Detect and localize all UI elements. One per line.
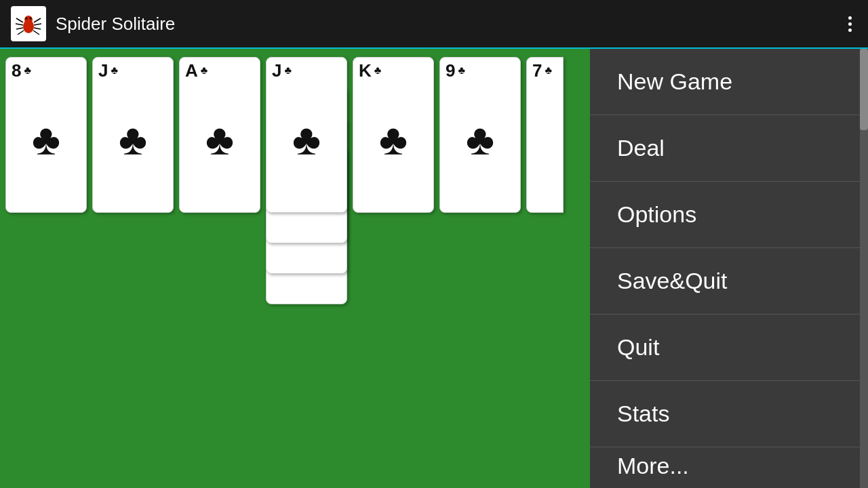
card-center-icon: ♣ xyxy=(205,115,234,165)
card-rank: K xyxy=(359,62,372,79)
menu-item-save-quit[interactable]: Save&Quit xyxy=(590,248,868,314)
svg-line-11 xyxy=(33,30,39,35)
card-column-6: 9 ♣ ♣ xyxy=(439,57,521,213)
card-rank: J xyxy=(98,62,108,79)
card-suit: ♣ xyxy=(111,65,118,76)
svg-point-2 xyxy=(26,18,28,20)
svg-line-10 xyxy=(34,28,41,29)
svg-line-6 xyxy=(16,28,23,29)
card-suit: ♣ xyxy=(24,65,31,76)
card-column-3: A ♣ ♣ xyxy=(179,57,260,213)
menu-item-options[interactable]: Options xyxy=(590,182,868,248)
card-suit: ♣ xyxy=(545,65,552,76)
card-9-clubs[interactable]: 9 ♣ ♣ xyxy=(439,57,521,213)
dot3 xyxy=(848,28,852,32)
menu-item-new-game[interactable]: New Game xyxy=(590,49,868,115)
card-rank: 8 xyxy=(12,62,21,79)
game-area: 8 ♣ ♣ J ♣ ♣ A ♣ ♣ xyxy=(0,49,868,488)
card-center-icon: ♣ xyxy=(32,115,60,165)
dot2 xyxy=(848,22,852,26)
card-center-icon: ♣ xyxy=(379,115,408,165)
svg-line-9 xyxy=(34,24,41,25)
scrollbar-thumb[interactable] xyxy=(860,49,868,130)
card-rank: 9 xyxy=(446,62,455,79)
card-k-clubs[interactable]: K ♣ ♣ xyxy=(353,57,434,213)
app-icon xyxy=(11,6,46,41)
card-center-icon: ♣ xyxy=(119,115,147,165)
svg-line-5 xyxy=(16,24,23,25)
card-j-clubs[interactable]: J ♣ ♣ xyxy=(92,57,174,213)
dot1 xyxy=(848,16,852,20)
svg-point-1 xyxy=(24,16,33,24)
card-center-icon: ♣ xyxy=(292,115,321,165)
app-title: Spider Solitaire xyxy=(56,14,843,35)
card-rank: A xyxy=(185,62,198,79)
card-column-4: J ♣ ♣ 10 ♣ 9 ♣ xyxy=(266,57,347,304)
overflow-menu-button[interactable] xyxy=(843,11,857,37)
card-column-1: 8 ♣ ♣ xyxy=(5,57,87,213)
context-menu: New Game Deal Options Save&Quit Quit Sta… xyxy=(590,49,868,488)
card-7-clubs-partial[interactable]: 7 ♣ xyxy=(526,57,564,213)
card-j-clubs-stack[interactable]: J ♣ ♣ xyxy=(266,57,347,213)
card-center-icon: ♣ xyxy=(466,115,494,165)
svg-point-3 xyxy=(30,18,32,20)
menu-item-stats[interactable]: Stats xyxy=(590,381,868,447)
menu-item-deal[interactable]: Deal xyxy=(590,115,868,182)
menu-item-more[interactable]: More... xyxy=(590,447,868,488)
menu-item-quit[interactable]: Quit xyxy=(590,314,868,381)
card-column-7: 7 ♣ xyxy=(526,57,564,213)
svg-line-7 xyxy=(18,30,24,35)
card-suit: ♣ xyxy=(374,65,382,76)
card-column-5: K ♣ ♣ xyxy=(353,57,434,213)
card-rank: J xyxy=(272,62,281,79)
card-suit: ♣ xyxy=(284,65,292,76)
cards-area: 8 ♣ ♣ J ♣ ♣ A ♣ ♣ xyxy=(0,49,590,488)
card-rank: 7 xyxy=(532,62,542,79)
card-stack: J ♣ ♣ 10 ♣ 9 ♣ xyxy=(266,57,347,304)
card-suit: ♣ xyxy=(201,65,208,76)
card-suit: ♣ xyxy=(458,65,465,76)
svg-line-4 xyxy=(16,18,23,22)
card-8-clubs[interactable]: 8 ♣ ♣ xyxy=(5,57,87,213)
scrollbar[interactable] xyxy=(860,49,868,488)
card-column-2: J ♣ ♣ xyxy=(92,57,174,213)
svg-line-8 xyxy=(34,18,41,22)
card-a-clubs[interactable]: A ♣ ♣ xyxy=(179,57,260,213)
titlebar: Spider Solitaire xyxy=(0,0,868,49)
